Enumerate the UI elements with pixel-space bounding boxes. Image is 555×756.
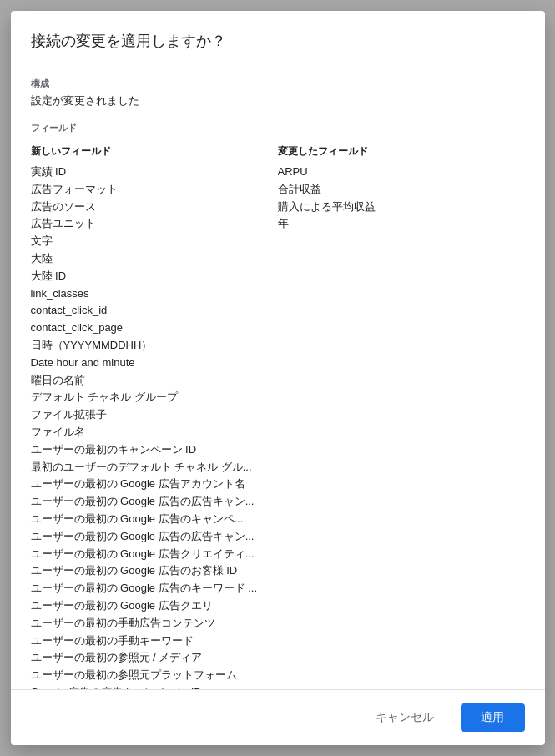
list-item: ユーザーの最初の Google 広告の広告キャン... (31, 493, 273, 511)
list-item: 購入による平均収益 (278, 199, 520, 216)
list-item: contact_click_id (31, 302, 273, 320)
list-item: 大陸 (31, 250, 273, 268)
list-item: ユーザーの最初の手動キーワード (31, 633, 273, 650)
fields-columns: 新しいフィールド 実績 ID広告フォーマット広告のソース広告ユニット文字大陸大陸… (31, 144, 525, 689)
list-item: ファイル名 (31, 424, 273, 441)
list-item: 広告フォーマット (31, 181, 273, 199)
list-item: Date hour and minute (31, 355, 273, 372)
fields-section: フィールド 新しいフィールド 実績 ID広告フォーマット広告のソース広告ユニット… (31, 122, 525, 689)
list-item: ユーザーの最初の Google 広告のキーワード ... (31, 580, 273, 597)
list-item: 広告のソース (31, 199, 273, 216)
list-item: 文字 (31, 233, 273, 250)
list-item: 合計収益 (278, 181, 520, 199)
new-fields-list: 実績 ID広告フォーマット広告のソース広告ユニット文字大陸大陸 IDlink_c… (31, 164, 278, 689)
list-item: 年 (278, 215, 520, 233)
changed-fields-column: 変更したフィールド ARPU合計収益購入による平均収益年 (278, 144, 525, 689)
dialog-header: 接続の変更を適用しますか？ (11, 11, 545, 78)
list-item: ユーザーの最初の参照元プラットフォーム (31, 667, 273, 684)
list-item: ユーザーの最初の Google 広告のお客様 ID (31, 562, 273, 580)
list-item: 実績 ID (31, 164, 273, 181)
new-fields-header: 新しいフィールド (31, 144, 278, 159)
list-item: デフォルト チャネル グループ (31, 389, 273, 406)
list-item: link_classes (31, 285, 273, 303)
list-item: 曜日の名前 (31, 372, 273, 390)
dialog-body[interactable]: 構成 設定が変更されました フィールド 新しいフィールド 実績 ID広告フォーマ… (11, 78, 545, 689)
config-section-value: 設定が変更されました (31, 93, 525, 108)
list-item: ユーザーの最初の手動広告コンテンツ (31, 615, 273, 633)
list-item: ユーザーの最初の Google 広告アカウント名 (31, 476, 273, 493)
list-item: contact_click_page (31, 320, 273, 337)
list-item: ARPU (278, 164, 520, 181)
list-item: ユーザーの最初のキャンペーン ID (31, 441, 273, 459)
list-item: 大陸 ID (31, 268, 273, 285)
changed-fields-header: 変更したフィールド (278, 144, 525, 159)
dialog-title: 接続の変更を適用しますか？ (31, 31, 525, 51)
list-item: ユーザーの最初の Google 広告クエリ (31, 597, 273, 615)
config-section-label: 構成 (31, 78, 525, 90)
changed-fields-list: ARPU合計収益購入による平均収益年 (278, 164, 525, 233)
list-item: ユーザーの最初の参照元 / メディア (31, 649, 273, 667)
dialog: 接続の変更を適用しますか？ 構成 設定が変更されました フィールド 新しいフィー… (11, 11, 545, 745)
list-item: ユーザーの最初の Google 広告のキャンペ... (31, 511, 273, 528)
list-item: 広告ユニット (31, 215, 273, 233)
cancel-button[interactable]: キャンセル (356, 703, 455, 732)
list-item: 最初のユーザーのデフォルト チャネル グル... (31, 459, 273, 476)
apply-button[interactable]: 適用 (461, 703, 524, 732)
list-item: ユーザーの最初の Google 広告クリエイティ... (31, 546, 273, 563)
fields-label: フィールド (31, 122, 525, 134)
dialog-overlay: 接続の変更を適用しますか？ 構成 設定が変更されました フィールド 新しいフィー… (0, 0, 555, 756)
list-item: 日時（YYYYMMDDHH） (31, 337, 273, 355)
list-item: ユーザーの最初の Google 広告の広告キャン... (31, 528, 273, 546)
new-fields-column: 新しいフィールド 実績 ID広告フォーマット広告のソース広告ユニット文字大陸大陸… (31, 144, 278, 689)
list-item: ファイル拡張子 (31, 406, 273, 424)
dialog-footer: キャンセル 適用 (11, 689, 545, 745)
